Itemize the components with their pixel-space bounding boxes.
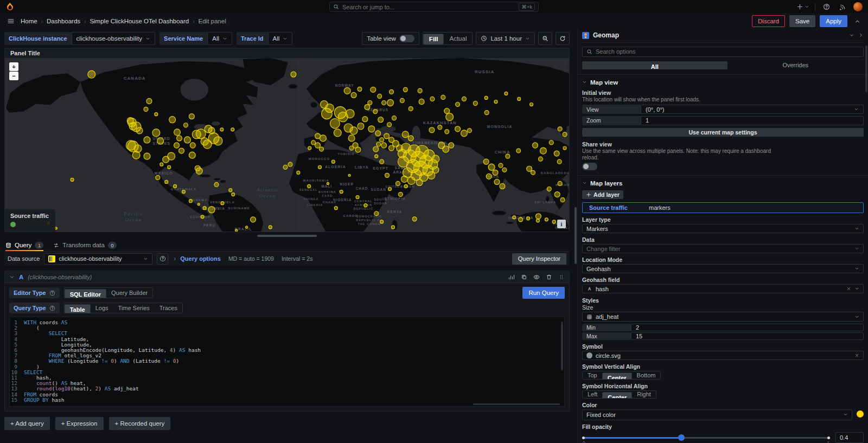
time-series-option[interactable]: Time Series (113, 303, 155, 313)
data-select[interactable]: Change filter (582, 244, 864, 253)
panel-title[interactable]: Panel Title (5, 48, 569, 58)
svg-text:GHANA: GHANA (323, 201, 336, 204)
breadcrumb-dashboards[interactable]: Dashboards (47, 18, 80, 24)
refresh-button[interactable] (556, 32, 570, 45)
share-view-toggle[interactable] (582, 163, 597, 170)
actual-option[interactable]: Actual (444, 33, 472, 44)
grafana-logo[interactable] (5, 2, 15, 11)
new-menu-button[interactable] (796, 3, 809, 10)
tab-all[interactable]: All (582, 61, 727, 70)
min-input[interactable] (636, 324, 859, 331)
query-builder-option[interactable]: Query Builder (106, 288, 152, 298)
clear-icon[interactable] (846, 286, 851, 291)
splitter-scroll-thumb[interactable] (575, 207, 577, 264)
variable-label: Service Name (159, 32, 207, 45)
variable-value-dropdown[interactable]: All (268, 32, 293, 45)
layer-type-select[interactable]: Markers (582, 224, 864, 233)
size-field-select[interactable]: adj_heat (582, 312, 864, 321)
sql-horizontal-scrollbar[interactable] (473, 403, 560, 405)
color-select[interactable]: Fixed color (582, 409, 852, 420)
use-current-map-settings-button[interactable]: Use current map settings (582, 128, 864, 137)
traces-option[interactable]: Traces (155, 303, 182, 313)
map-zoom-out-button[interactable]: − (9, 72, 18, 80)
layer-item-source-traffic[interactable]: Source traffic markers (582, 202, 864, 213)
collapse-query-icon[interactable] (9, 274, 15, 280)
options-scrollbar-thumb[interactable] (865, 46, 867, 92)
fill-opacity-value[interactable] (835, 432, 864, 443)
tab-query[interactable]: Query 1 (5, 239, 43, 251)
options-search[interactable] (582, 47, 864, 57)
add-layer-button[interactable]: Add layer (582, 190, 623, 200)
symbol-select[interactable]: circle.svg (582, 351, 864, 360)
share-view-label: Share view (582, 141, 864, 147)
align-top-option[interactable]: Top (583, 371, 602, 378)
collapse-header-button[interactable] (852, 16, 863, 27)
breadcrumb-dashboard-name[interactable]: Simple ClickHouse OTel Dashboard (90, 18, 189, 24)
discard-button[interactable]: Discard (752, 15, 785, 27)
pane-splitter[interactable] (574, 28, 577, 443)
apply-button[interactable]: Apply (820, 15, 847, 27)
map-attribution-button[interactable]: i (557, 220, 566, 228)
align-left-option[interactable]: Left (583, 391, 602, 398)
help-button[interactable] (821, 2, 832, 12)
user-avatar[interactable] (853, 2, 863, 11)
logs-option[interactable]: Logs (91, 303, 113, 313)
recorded-query-button[interactable]: + Recorded query (109, 417, 171, 430)
table-view-toggle[interactable]: Table view (362, 32, 419, 45)
zoom-input[interactable] (646, 117, 859, 124)
options-search-input[interactable] (596, 48, 859, 55)
tab-transform-data[interactable]: Transform data 0 (53, 239, 117, 251)
align-bottom-option[interactable]: Bottom (632, 371, 661, 378)
duplicate-query-icon[interactable] (521, 274, 527, 280)
zoom-out-time-button[interactable] (538, 32, 552, 45)
geohash-field-select[interactable]: hash (582, 284, 864, 293)
tab-overrides[interactable]: Overrides (727, 60, 864, 70)
max-input[interactable] (636, 333, 859, 339)
time-range-picker[interactable]: Last 1 hour (476, 32, 535, 45)
add-query-button[interactable]: + Add query (4, 417, 50, 430)
run-query-button[interactable]: Run Query (522, 287, 565, 299)
global-search-input[interactable] (342, 4, 515, 10)
query-options-toggle[interactable]: Query options (173, 255, 221, 262)
expression-button[interactable]: + Expression (55, 417, 104, 430)
variable-value-dropdown[interactable]: clickhouse-observability (72, 32, 155, 45)
fill-option[interactable]: Fill (423, 34, 444, 44)
query-ref-id[interactable]: A (19, 274, 23, 280)
news-button[interactable] (837, 2, 848, 12)
sql-editor-option[interactable]: SQL Editor (65, 289, 106, 298)
remove-query-icon[interactable] (546, 274, 552, 280)
collapse-pane-icon[interactable] (858, 33, 864, 38)
view-select[interactable]: (0°, 0°) (641, 105, 864, 114)
align-center-option[interactable]: Center (602, 373, 632, 379)
global-search[interactable]: ⌘+k (329, 2, 539, 12)
align-right-option[interactable]: Right (632, 391, 656, 398)
disable-query-icon[interactable] (533, 274, 540, 280)
fill-opacity-slider[interactable]: 0 1 (582, 433, 830, 442)
align-center-option[interactable]: Center (602, 392, 632, 399)
menu-toggle-button[interactable] (5, 16, 16, 27)
world-map[interactable]: CANADARUSSIAUNITEDSTATESMEXICOGUATEMALAP… (5, 58, 569, 232)
query-inspector-button[interactable]: Query Inspector (512, 253, 566, 265)
panel-type-chevron-icon[interactable] (849, 33, 854, 38)
section-map-view[interactable]: Map view (582, 79, 864, 86)
datasource-help-button[interactable] (157, 253, 168, 265)
query-history-icon[interactable] (508, 274, 515, 280)
chevron-down-icon (805, 4, 809, 9)
drag-handle-icon[interactable] (558, 274, 565, 280)
color-swatch[interactable] (857, 410, 864, 418)
slider-handle[interactable] (678, 434, 685, 441)
sql-vertical-scrollbar[interactable] (561, 322, 563, 370)
table-option[interactable]: Table (65, 304, 91, 313)
map-zoom-in-button[interactable]: + (9, 62, 18, 71)
panel-resize-handle[interactable] (257, 235, 317, 237)
save-button[interactable]: Save (789, 15, 815, 27)
breadcrumb-home[interactable]: Home (21, 18, 37, 24)
section-map-layers[interactable]: Map layers (582, 179, 864, 187)
svg-text:CHAD: CHAD (355, 186, 368, 190)
location-mode-select[interactable]: Geohash (582, 264, 864, 273)
sql-editor[interactable]: 1WITH coords AS2 (3 SELECT4 Latitude,5 L… (9, 317, 565, 407)
clear-icon[interactable] (854, 353, 859, 358)
toggle-off[interactable] (399, 35, 414, 42)
variable-value-dropdown[interactable]: All (207, 32, 232, 45)
datasource-picker[interactable]: clickhouse-observability (44, 253, 152, 265)
